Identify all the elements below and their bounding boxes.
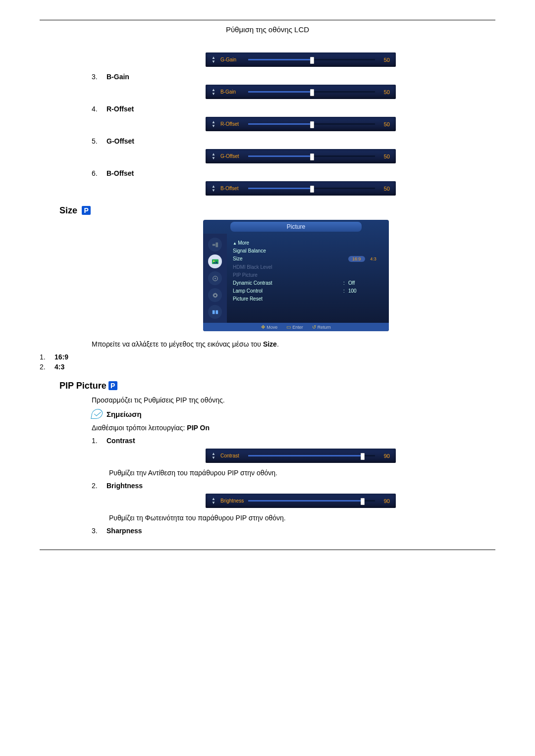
section-size: Size P <box>59 205 495 216</box>
osd-value: Off <box>348 280 355 286</box>
osd-slider-g-gain[interactable]: ▲▼ G-Gain 50 <box>206 52 396 67</box>
slider-track[interactable] <box>248 455 375 456</box>
slider-thumb[interactable] <box>361 453 365 460</box>
item-description: Ρυθμίζει την Αντίθεση του παράθυρου PIP … <box>109 469 495 477</box>
tab-multi-icon[interactable] <box>208 305 222 319</box>
list-number: 6. <box>92 169 102 177</box>
slider-label: Brightness <box>220 498 243 504</box>
item-description: Ρυθμίζει τη Φωτεινότητα του παράθυρου PI… <box>109 514 495 522</box>
osd-menu-list: ▲ More Signal Balance Size 16:9 4:3 HDMI… <box>227 234 389 323</box>
osd-row[interactable]: Picture Reset <box>233 296 383 302</box>
osd-side-tabs <box>203 234 227 323</box>
osd-key: Signal Balance <box>233 248 343 253</box>
list-label: Sharpness <box>107 527 142 535</box>
tab-picture-icon[interactable] <box>208 254 222 268</box>
list-number: 2. <box>92 482 102 490</box>
osd-slider-contrast[interactable]: ▲▼ Contrast 90 <box>206 449 396 463</box>
slider-track[interactable] <box>248 59 375 60</box>
osd-footer: ✥Move ▭Enter ↺Return <box>203 323 389 331</box>
slider-value: 50 <box>380 57 390 63</box>
osd-slider-brightness[interactable]: ▲▼ Brightness 90 <box>206 494 396 508</box>
footer-enter: Enter <box>292 325 303 330</box>
tab-sound-icon[interactable] <box>208 271 222 285</box>
svg-point-4 <box>214 294 216 296</box>
svg-rect-6 <box>215 310 218 314</box>
slider-track[interactable] <box>248 188 375 189</box>
osd-slider-g-offset[interactable]: ▲▼ G-Offset 50 <box>206 149 396 163</box>
osd-row: PIP Picture <box>233 272 383 278</box>
tab-setup-icon[interactable] <box>208 288 222 302</box>
updown-icon: ▲▼ <box>212 89 215 95</box>
updown-icon: ▲▼ <box>212 56 215 63</box>
osd-row[interactable]: Lamp Control : 100 <box>233 288 383 294</box>
osd-value: 100 <box>348 288 357 294</box>
slider-track[interactable] <box>248 155 375 157</box>
osd-row[interactable]: Dynamic Contrast : Off <box>233 280 383 286</box>
osd-row[interactable]: Size 16:9 4:3 <box>233 256 383 262</box>
osd-key: PIP Picture <box>233 272 343 278</box>
list-number: 2. <box>40 363 50 371</box>
list-item: 2.4:3 <box>40 363 495 371</box>
list-number: 1. <box>92 437 102 445</box>
osd-slider-r-offset[interactable]: ▲▼ R-Offset 50 <box>206 117 396 131</box>
slider-label: R-Offset <box>220 121 243 127</box>
slider-track[interactable] <box>248 91 375 93</box>
slider-label: B-Offset <box>220 186 243 191</box>
updown-icon: ▲▼ <box>212 185 215 192</box>
list-number: 1. <box>40 353 50 361</box>
osd-row[interactable]: Signal Balance <box>233 248 383 253</box>
list-label: B-Gain <box>107 73 129 81</box>
list-label: 16:9 <box>54 353 68 361</box>
slider-label: Contrast <box>220 453 243 458</box>
svg-point-1 <box>213 260 214 262</box>
size-option-list: 1.16:92.4:3 <box>40 353 495 371</box>
pip-description: Προσαρμόζει τις Ρυθμίσεις PIP της οθόνης… <box>92 396 495 404</box>
slider-thumb[interactable] <box>310 57 314 64</box>
slider-thumb[interactable] <box>310 153 314 160</box>
slider-label: B-Gain <box>220 89 243 95</box>
osd-row[interactable]: ▲ More <box>233 240 383 246</box>
list-label: 4:3 <box>54 363 64 371</box>
slider-value: 50 <box>380 186 390 192</box>
enter-icon: ▭ <box>286 324 291 330</box>
updown-icon: ▲▼ <box>212 153 215 159</box>
slider-track[interactable] <box>248 500 375 502</box>
osd-key: Lamp Control <box>233 288 343 294</box>
osd-key: HDMI Black Level <box>233 264 343 270</box>
osd-slider-b-gain[interactable]: ▲▼ B-Gain 50 <box>206 85 396 99</box>
osd-row: HDMI Black Level <box>233 264 383 270</box>
tab-input-icon[interactable] <box>208 238 222 252</box>
list-label: R-Offset <box>107 105 134 113</box>
osd-key: Size <box>233 256 343 261</box>
osd-key: Dynamic Contrast <box>233 280 343 286</box>
size-heading: Size <box>59 205 77 215</box>
footer-move: Move <box>267 325 277 330</box>
osd-key: ▲ More <box>233 240 343 246</box>
osd-option-badge[interactable]: 4:3 <box>366 256 380 262</box>
page-footer-divider <box>40 550 495 550</box>
osd-option-badge[interactable]: 16:9 <box>348 256 365 262</box>
size-description: Μπορείτε να αλλάξετε το μέγεθος της εικό… <box>92 340 495 348</box>
footer-return: Return <box>318 325 331 330</box>
slider-label: G-Gain <box>220 57 243 62</box>
list-number: 3. <box>92 73 102 81</box>
slider-thumb[interactable] <box>361 498 365 505</box>
slider-thumb[interactable] <box>310 186 314 193</box>
list-label: Contrast <box>107 437 135 445</box>
pip-heading: PIP Picture <box>59 381 107 391</box>
list-number: 5. <box>92 137 102 145</box>
updown-icon: ▲▼ <box>212 453 215 459</box>
slider-value: 90 <box>380 453 390 459</box>
slider-track[interactable] <box>248 123 375 125</box>
list-number: 4. <box>92 105 102 113</box>
move-icon: ✥ <box>261 324 265 330</box>
list-label: B-Offset <box>107 169 134 177</box>
updown-icon: ▲▼ <box>212 498 215 504</box>
list-label: G-Offset <box>107 137 134 145</box>
slider-value: 50 <box>380 89 390 95</box>
p-icon: P <box>108 381 117 390</box>
slider-thumb[interactable] <box>310 121 314 128</box>
slider-thumb[interactable] <box>310 89 314 96</box>
note-row: Σημείωση <box>92 409 495 419</box>
osd-slider-b-offset[interactable]: ▲▼ B-Offset 50 <box>206 181 396 196</box>
